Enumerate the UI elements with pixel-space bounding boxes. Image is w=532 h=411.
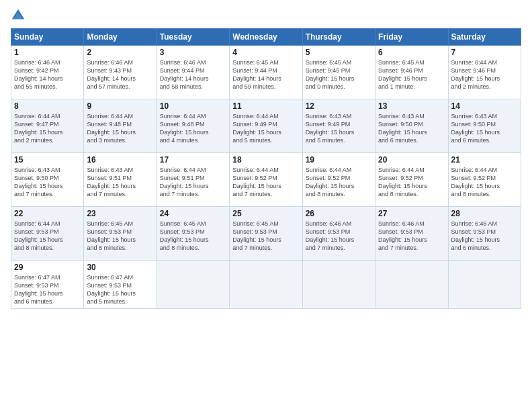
day-cell: 14Sunrise: 6:43 AM Sunset: 9:50 PM Dayli… — [448, 99, 521, 153]
day-cell: 20Sunrise: 6:44 AM Sunset: 9:52 PM Dayli… — [375, 153, 448, 207]
day-info: Sunrise: 6:44 AM Sunset: 9:52 PM Dayligh… — [451, 166, 518, 199]
day-info: Sunrise: 6:44 AM Sunset: 9:52 PM Dayligh… — [378, 166, 445, 199]
day-number: 27 — [378, 209, 445, 218]
week-row-5: 29Sunrise: 6:47 AM Sunset: 9:53 PM Dayli… — [11, 261, 521, 309]
day-cell: 4Sunrise: 6:45 AM Sunset: 9:44 PM Daylig… — [230, 46, 302, 99]
day-cell: 3Sunrise: 6:46 AM Sunset: 9:44 PM Daylig… — [157, 46, 229, 99]
logo-icon — [11, 8, 26, 23]
day-cell: 21Sunrise: 6:44 AM Sunset: 9:52 PM Dayli… — [448, 153, 521, 207]
day-info: Sunrise: 6:44 AM Sunset: 9:46 PM Dayligh… — [451, 58, 518, 91]
day-number: 15 — [14, 155, 81, 165]
day-info: Sunrise: 6:44 AM Sunset: 9:53 PM Dayligh… — [14, 220, 81, 253]
day-info: Sunrise: 6:44 AM Sunset: 9:47 PM Dayligh… — [14, 112, 81, 145]
day-info: Sunrise: 6:43 AM Sunset: 9:50 PM Dayligh… — [378, 112, 445, 145]
day-cell — [157, 261, 229, 309]
day-info: Sunrise: 6:45 AM Sunset: 9:45 PM Dayligh… — [306, 58, 372, 91]
day-info: Sunrise: 6:44 AM Sunset: 9:52 PM Dayligh… — [232, 166, 299, 199]
page: SundayMondayTuesdayWednesdayThursdayFrid… — [0, 0, 532, 411]
day-info: Sunrise: 6:47 AM Sunset: 9:53 PM Dayligh… — [87, 273, 153, 306]
day-info: Sunrise: 6:44 AM Sunset: 9:49 PM Dayligh… — [232, 112, 299, 145]
day-cell: 28Sunrise: 6:46 AM Sunset: 9:53 PM Dayli… — [448, 207, 521, 261]
day-cell: 27Sunrise: 6:46 AM Sunset: 9:53 PM Dayli… — [375, 207, 448, 261]
calendar-table: SundayMondayTuesdayWednesdayThursdayFrid… — [11, 28, 521, 309]
weekday-header-saturday: Saturday — [448, 29, 521, 46]
day-cell: 2Sunrise: 6:46 AM Sunset: 9:43 PM Daylig… — [84, 46, 157, 99]
day-number: 10 — [160, 101, 226, 111]
day-number: 9 — [87, 101, 153, 111]
day-info: Sunrise: 6:44 AM Sunset: 9:51 PM Dayligh… — [160, 166, 226, 199]
weekday-header-row: SundayMondayTuesdayWednesdayThursdayFrid… — [11, 29, 521, 46]
day-cell: 29Sunrise: 6:47 AM Sunset: 9:53 PM Dayli… — [11, 261, 84, 309]
day-number: 30 — [87, 263, 153, 272]
day-cell: 6Sunrise: 6:45 AM Sunset: 9:46 PM Daylig… — [375, 46, 448, 99]
day-cell: 11Sunrise: 6:44 AM Sunset: 9:49 PM Dayli… — [230, 99, 302, 153]
week-row-1: 1Sunrise: 6:46 AM Sunset: 9:42 PM Daylig… — [11, 46, 521, 99]
day-number: 29 — [14, 263, 81, 272]
day-info: Sunrise: 6:43 AM Sunset: 9:50 PM Dayligh… — [14, 166, 81, 199]
day-cell: 7Sunrise: 6:44 AM Sunset: 9:46 PM Daylig… — [448, 46, 521, 99]
day-number: 19 — [306, 155, 372, 165]
header — [11, 8, 521, 23]
day-number: 8 — [14, 101, 81, 111]
day-info: Sunrise: 6:44 AM Sunset: 9:48 PM Dayligh… — [87, 112, 153, 145]
day-info: Sunrise: 6:46 AM Sunset: 9:43 PM Dayligh… — [87, 58, 153, 91]
day-number: 1 — [14, 48, 81, 57]
day-number: 14 — [451, 101, 518, 111]
day-info: Sunrise: 6:46 AM Sunset: 9:53 PM Dayligh… — [451, 220, 518, 253]
day-cell: 16Sunrise: 6:43 AM Sunset: 9:51 PM Dayli… — [84, 153, 157, 207]
day-cell: 25Sunrise: 6:45 AM Sunset: 9:53 PM Dayli… — [230, 207, 302, 261]
day-info: Sunrise: 6:47 AM Sunset: 9:53 PM Dayligh… — [14, 273, 81, 306]
day-cell: 1Sunrise: 6:46 AM Sunset: 9:42 PM Daylig… — [11, 46, 84, 99]
weekday-header-tuesday: Tuesday — [157, 29, 229, 46]
day-cell: 26Sunrise: 6:46 AM Sunset: 9:53 PM Dayli… — [302, 207, 375, 261]
day-info: Sunrise: 6:43 AM Sunset: 9:49 PM Dayligh… — [306, 112, 372, 145]
day-number: 12 — [306, 101, 372, 111]
day-cell: 19Sunrise: 6:44 AM Sunset: 9:52 PM Dayli… — [302, 153, 375, 207]
day-cell: 8Sunrise: 6:44 AM Sunset: 9:47 PM Daylig… — [11, 99, 84, 153]
day-info: Sunrise: 6:45 AM Sunset: 9:53 PM Dayligh… — [232, 220, 299, 253]
day-number: 3 — [160, 48, 226, 57]
day-number: 17 — [160, 155, 226, 165]
day-cell: 9Sunrise: 6:44 AM Sunset: 9:48 PM Daylig… — [84, 99, 157, 153]
day-cell: 17Sunrise: 6:44 AM Sunset: 9:51 PM Dayli… — [157, 153, 229, 207]
day-info: Sunrise: 6:45 AM Sunset: 9:46 PM Dayligh… — [378, 58, 445, 91]
weekday-header-sunday: Sunday — [11, 29, 84, 46]
weekday-header-wednesday: Wednesday — [230, 29, 302, 46]
day-cell — [375, 261, 448, 309]
day-cell: 22Sunrise: 6:44 AM Sunset: 9:53 PM Dayli… — [11, 207, 84, 261]
day-number: 2 — [87, 48, 153, 57]
day-number: 16 — [87, 155, 153, 165]
week-row-3: 15Sunrise: 6:43 AM Sunset: 9:50 PM Dayli… — [11, 153, 521, 207]
day-cell: 10Sunrise: 6:44 AM Sunset: 9:48 PM Dayli… — [157, 99, 229, 153]
day-number: 26 — [306, 209, 372, 218]
day-info: Sunrise: 6:44 AM Sunset: 9:52 PM Dayligh… — [306, 166, 372, 199]
day-info: Sunrise: 6:46 AM Sunset: 9:44 PM Dayligh… — [160, 58, 226, 91]
day-cell — [448, 261, 521, 309]
day-cell: 23Sunrise: 6:45 AM Sunset: 9:53 PM Dayli… — [84, 207, 157, 261]
day-number: 11 — [232, 101, 299, 111]
logo — [11, 8, 28, 23]
day-number: 4 — [232, 48, 299, 57]
day-cell: 18Sunrise: 6:44 AM Sunset: 9:52 PM Dayli… — [230, 153, 302, 207]
day-number: 20 — [378, 155, 445, 165]
weekday-header-monday: Monday — [84, 29, 157, 46]
day-number: 5 — [306, 48, 372, 57]
day-number: 25 — [232, 209, 299, 218]
day-info: Sunrise: 6:44 AM Sunset: 9:48 PM Dayligh… — [160, 112, 226, 145]
day-number: 18 — [232, 155, 299, 165]
day-cell: 24Sunrise: 6:45 AM Sunset: 9:53 PM Dayli… — [157, 207, 229, 261]
day-cell — [302, 261, 375, 309]
day-number: 7 — [451, 48, 518, 57]
day-cell: 12Sunrise: 6:43 AM Sunset: 9:49 PM Dayli… — [302, 99, 375, 153]
day-info: Sunrise: 6:45 AM Sunset: 9:53 PM Dayligh… — [87, 220, 153, 253]
day-info: Sunrise: 6:45 AM Sunset: 9:44 PM Dayligh… — [232, 58, 299, 91]
day-number: 24 — [160, 209, 226, 218]
day-number: 22 — [14, 209, 81, 218]
day-number: 6 — [378, 48, 445, 57]
day-info: Sunrise: 6:46 AM Sunset: 9:53 PM Dayligh… — [306, 220, 372, 253]
day-cell: 30Sunrise: 6:47 AM Sunset: 9:53 PM Dayli… — [84, 261, 157, 309]
day-cell: 5Sunrise: 6:45 AM Sunset: 9:45 PM Daylig… — [302, 46, 375, 99]
weekday-header-thursday: Thursday — [302, 29, 375, 46]
day-number: 28 — [451, 209, 518, 218]
day-info: Sunrise: 6:46 AM Sunset: 9:53 PM Dayligh… — [378, 220, 445, 253]
